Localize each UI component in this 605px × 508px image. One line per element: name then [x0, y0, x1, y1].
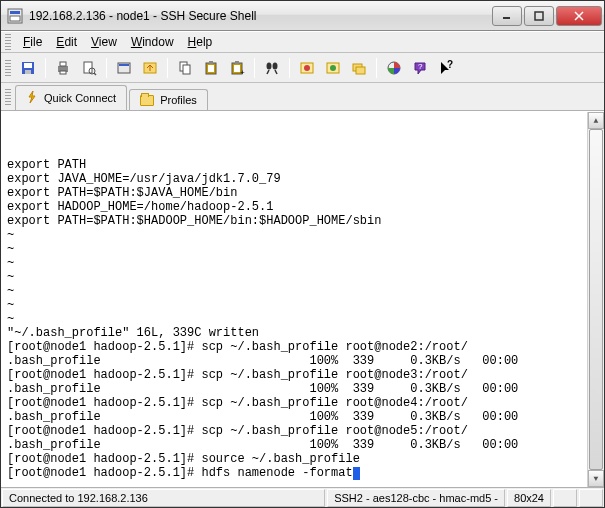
separator [167, 58, 168, 78]
scroll-track[interactable] [588, 129, 604, 470]
svg-rect-17 [119, 64, 129, 66]
svg-rect-4 [535, 12, 543, 20]
save-icon[interactable] [16, 56, 40, 80]
colors-icon[interactable] [382, 56, 406, 80]
menu-help[interactable]: Help [182, 33, 219, 51]
tabbar-grip[interactable] [5, 89, 11, 105]
find-icon[interactable] [260, 56, 284, 80]
separator [45, 58, 46, 78]
title-bar: 192.168.2.136 - node1 - SSH Secure Shell [1, 1, 604, 31]
minimize-button[interactable] [492, 6, 522, 26]
paste-icon[interactable] [199, 56, 223, 80]
status-bar: Connected to 192.168.2.136 SSH2 - aes128… [1, 487, 604, 507]
preview-icon[interactable] [77, 56, 101, 80]
menu-grip[interactable] [5, 34, 11, 50]
window-controls [490, 6, 602, 26]
tab-label: Profiles [160, 94, 197, 106]
tab-label: Quick Connect [44, 92, 116, 104]
menu-edit[interactable]: Edit [50, 33, 83, 51]
status-indicator-2 [579, 489, 603, 507]
status-cipher: SSH2 - aes128-cbc - hmac-md5 - [327, 489, 505, 507]
whats-this-icon[interactable]: ? [434, 56, 458, 80]
svg-rect-12 [60, 71, 66, 74]
toolbar-grip[interactable] [5, 60, 11, 76]
new-terminal-icon[interactable] [112, 56, 136, 80]
svg-rect-8 [24, 63, 32, 68]
svg-rect-37 [356, 67, 365, 74]
svg-point-33 [304, 65, 310, 71]
print-icon[interactable] [51, 56, 75, 80]
folder-icon [140, 95, 154, 106]
terminal[interactable]: export PATH export JAVA_HOME=/usr/java/j… [1, 111, 604, 487]
app-icon [7, 8, 23, 24]
tab-quick-connect[interactable]: Quick Connect [15, 85, 127, 110]
connect-icon[interactable] [321, 56, 345, 80]
svg-rect-9 [25, 70, 31, 74]
separator [106, 58, 107, 78]
maximize-button[interactable] [524, 6, 554, 26]
disconnect-icon[interactable] [295, 56, 319, 80]
folders-icon[interactable] [347, 56, 371, 80]
svg-rect-23 [209, 61, 213, 64]
svg-rect-22 [208, 65, 214, 72]
cursor [353, 467, 360, 480]
svg-point-35 [330, 65, 336, 71]
menu-file[interactable]: File [17, 33, 48, 51]
help-icon[interactable]: ? [408, 56, 432, 80]
svg-point-29 [273, 62, 278, 69]
svg-line-31 [275, 70, 277, 74]
svg-rect-13 [84, 62, 92, 73]
svg-rect-11 [60, 62, 66, 66]
status-size: 80x24 [507, 489, 551, 507]
svg-point-28 [267, 62, 272, 69]
svg-text:+: + [240, 68, 245, 76]
menu-bar: File Edit View Window Help [1, 31, 604, 53]
toolbar: + ? ? [1, 53, 604, 83]
svg-rect-1 [10, 11, 20, 14]
lightning-icon [26, 90, 38, 106]
menu-view[interactable]: View [85, 33, 123, 51]
copy-icon[interactable] [173, 56, 197, 80]
separator [254, 58, 255, 78]
svg-line-15 [94, 73, 96, 75]
svg-rect-2 [10, 16, 20, 21]
svg-text:?: ? [418, 62, 423, 71]
status-connection: Connected to 192.168.2.136 [2, 489, 325, 507]
close-button[interactable] [556, 6, 602, 26]
svg-line-30 [267, 70, 269, 74]
scroll-up-button[interactable]: ▲ [588, 112, 604, 129]
file-transfer-icon[interactable] [138, 56, 162, 80]
svg-text:?: ? [447, 60, 453, 70]
tab-bar: Quick Connect Profiles [1, 83, 604, 111]
tab-profiles[interactable]: Profiles [129, 89, 208, 110]
clipboard-icon[interactable]: + [225, 56, 249, 80]
separator [376, 58, 377, 78]
window-title: 192.168.2.136 - node1 - SSH Secure Shell [29, 9, 490, 23]
scroll-thumb[interactable] [589, 129, 603, 470]
scrollbar[interactable]: ▲ ▼ [587, 112, 604, 487]
svg-rect-20 [183, 65, 190, 74]
svg-rect-26 [235, 61, 239, 64]
status-indicator-1 [553, 489, 577, 507]
menu-window[interactable]: Window [125, 33, 180, 51]
scroll-down-button[interactable]: ▼ [588, 470, 604, 487]
separator [289, 58, 290, 78]
